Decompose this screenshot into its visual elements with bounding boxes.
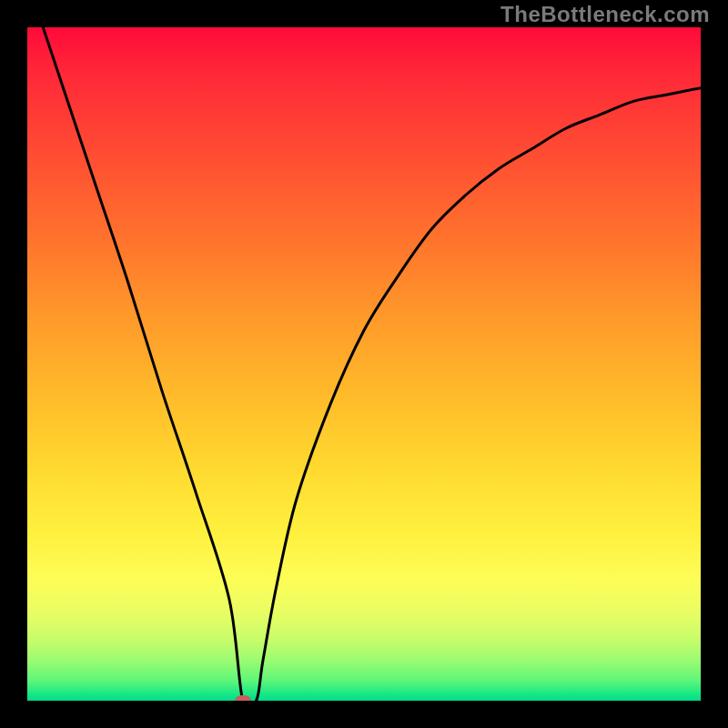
watermark-label: TheBottleneck.com [500, 2, 710, 27]
minimum-marker [235, 695, 251, 701]
plot-area [27, 27, 701, 701]
chart-frame: TheBottleneck.com [0, 0, 728, 728]
bottleneck-curve [27, 27, 701, 701]
